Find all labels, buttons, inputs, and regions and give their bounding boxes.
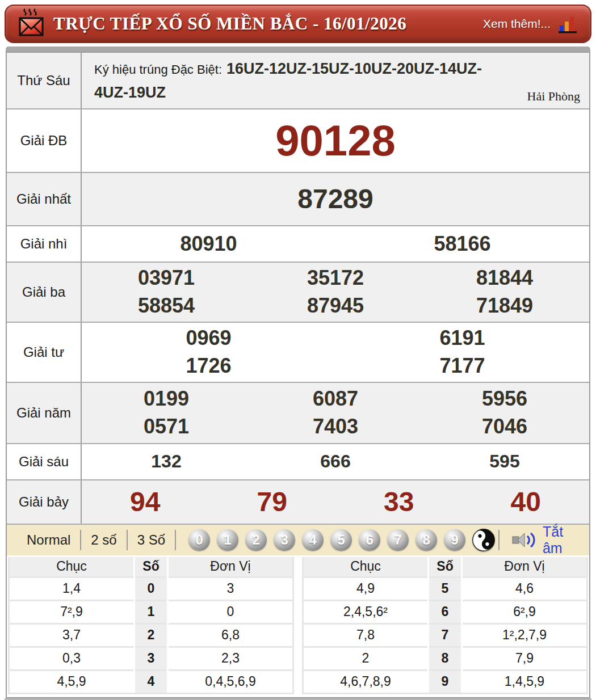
- prize-number: 7046: [420, 415, 589, 438]
- prize-rows: Thứ Sáu Ký hiệu trúng Đặc Biệt:16UZ-12UZ…: [7, 53, 589, 524]
- number-ball-6[interactable]: 6: [359, 529, 380, 551]
- stats-digit-cell: 7: [429, 623, 462, 647]
- prize-number: 90128: [82, 116, 589, 165]
- stats-header-so: Số: [429, 557, 462, 577]
- header-bar: TRỰC TIẾP XỔ SỐ MIỀN BẮC - 16/01/2026 Xe…: [5, 5, 591, 43]
- province-name: Hải Phòng: [527, 89, 581, 104]
- stats-value-cell: 0,4,5,6,9: [168, 670, 293, 693]
- lottery-page: TRỰC TIẾP XỔ SỐ MIỀN BẮC - 16/01/2026 Xe…: [0, 5, 596, 700]
- prize-numbers: 94793340: [82, 480, 589, 524]
- prize-number: 0199: [82, 387, 251, 411]
- prize-row-8: Giải bảy94793340: [7, 479, 589, 524]
- stats-value-cell: 1,4,5,9: [462, 670, 587, 693]
- prize-number: 7403: [251, 415, 420, 438]
- symbol-content: Ký hiệu trúng Đặc Biệt:16UZ-12UZ-15UZ-10…: [82, 53, 589, 108]
- prize-line: 17267177: [82, 354, 589, 378]
- stats-row: 4,5,940,4,5,6,9: [10, 670, 292, 693]
- prize-number: 6191: [335, 326, 589, 350]
- prize-number: 6087: [251, 387, 420, 411]
- bar-chart-icon[interactable]: [557, 14, 578, 34]
- stats-header-chuc: Chục: [304, 557, 429, 577]
- stats-value-cell: 4,6,7,8,9: [304, 670, 429, 693]
- prize-numbers: 8091058166: [82, 226, 589, 262]
- mode-button-normal[interactable]: Normal: [17, 532, 80, 548]
- prize-number: 35172: [251, 266, 420, 290]
- stats-row: 7²,910: [10, 600, 292, 623]
- stats-value-cell: 6²,9: [462, 600, 587, 623]
- prize-numbers: 90128: [82, 109, 589, 172]
- results-panel: Thứ Sáu Ký hiệu trúng Đặc Biệt:16UZ-12UZ…: [6, 52, 590, 698]
- prize-line: 09696191: [82, 326, 589, 350]
- prize-number: 666: [251, 451, 420, 472]
- stats-header-donvi: Đơn Vị: [168, 557, 293, 577]
- stats-value-cell: 2: [304, 647, 429, 670]
- prize-row-1: Giải ĐB90128: [7, 108, 589, 172]
- prize-number: 132: [82, 451, 251, 472]
- stats-value-cell: 7²,9: [10, 600, 135, 623]
- prize-number: 87289: [82, 183, 589, 214]
- prize-number: 0969: [82, 326, 335, 350]
- prize-number: 0571: [82, 415, 251, 438]
- speaker-icon: [512, 531, 537, 549]
- stats-digit-cell: 8: [429, 647, 462, 670]
- stats-header-donvi: Đơn Vị: [462, 557, 587, 577]
- digit-stats: ChụcSốĐơn Vị1,4037²,9103,726,80,332,34,5…: [7, 555, 589, 697]
- stats-row: 4,954,6: [304, 577, 586, 600]
- prize-line: 132666595: [82, 451, 589, 472]
- number-ball-3[interactable]: 3: [274, 529, 295, 551]
- prize-row-5: Giải tư0969619117267177: [7, 322, 589, 382]
- stats-row: 2,4,5,6²66²,9: [304, 600, 586, 623]
- number-ball-1[interactable]: 1: [217, 529, 238, 551]
- stats-value-cell: 1²,2,7,9: [462, 623, 587, 647]
- page-title: TRỰC TIẾP XỔ SỐ MIỀN BẮC - 16/01/2026: [53, 14, 406, 34]
- stats-row: 0,332,3: [10, 647, 292, 670]
- mute-button[interactable]: Tắt âm: [512, 524, 582, 556]
- prize-number: 94: [82, 486, 209, 517]
- stats-digit-cell: 6: [429, 600, 462, 623]
- stats-row: 4,6,7,8,991,4,5,9: [304, 670, 586, 693]
- prize-number: 81844: [420, 266, 589, 290]
- number-ball-4[interactable]: 4: [302, 529, 324, 551]
- number-ball-2[interactable]: 2: [245, 529, 267, 551]
- prize-number: 80910: [82, 232, 335, 256]
- yin-yang-icon[interactable]: [472, 529, 495, 551]
- prize-line: 019960875956: [82, 387, 589, 411]
- number-ball-0[interactable]: 0: [188, 529, 210, 551]
- stats-value-cell: 3: [168, 577, 293, 600]
- prize-line: 057174037046: [82, 415, 589, 438]
- prize-number: 03971: [82, 266, 251, 290]
- number-ball-9[interactable]: 9: [444, 529, 465, 551]
- symbol-prefix: Ký hiệu trúng Đặc Biệt:: [94, 62, 222, 77]
- see-more-link[interactable]: Xem thêm!...: [483, 17, 551, 31]
- stats-digit-cell: 9: [429, 670, 462, 693]
- number-ball-5[interactable]: 5: [330, 529, 352, 551]
- prize-row-3: Giải nhì8091058166: [7, 225, 589, 262]
- mode-button-3-số[interactable]: 3 Số: [128, 532, 175, 548]
- stats-row: 287,9: [304, 647, 586, 670]
- mute-label: Tắt âm: [543, 524, 582, 556]
- number-ball-7[interactable]: 7: [387, 529, 409, 551]
- prize-numbers: 039713517281844588548794571849: [82, 263, 589, 322]
- stats-value-cell: 3,7: [10, 623, 135, 647]
- prize-number: 40: [463, 486, 590, 517]
- stats-digit-cell: 4: [135, 670, 168, 693]
- stats-table-2: ChụcSốĐơn Vị4,954,62,4,5,6²66²,97,871²,2…: [302, 557, 588, 694]
- prize-row-7: Giải sáu132666595: [7, 443, 589, 479]
- mode-buttons: Normal2 số3 Số: [17, 530, 176, 550]
- prize-line: 039713517281844: [82, 266, 589, 290]
- symbol-row: Thứ Sáu Ký hiệu trúng Đặc Biệt:16UZ-12UZ…: [7, 53, 589, 108]
- prize-numbers: 0969619117267177: [82, 323, 589, 382]
- mode-button-2-số[interactable]: 2 số: [81, 532, 126, 548]
- stats-value-cell: 2,3: [168, 647, 293, 670]
- stats-value-cell: 4,9: [304, 577, 429, 600]
- stats-value-cell: 0,3: [10, 647, 135, 670]
- number-ball-8[interactable]: 8: [415, 529, 437, 551]
- prize-line: 90128: [82, 116, 589, 165]
- prize-number: 595: [420, 451, 589, 472]
- prize-number: 7177: [335, 354, 589, 378]
- prize-label: Giải ba: [7, 263, 82, 322]
- stats-digit-cell: 1: [135, 600, 168, 623]
- stats-value-cell: 7,9: [462, 647, 587, 670]
- stats-digit-cell: 2: [135, 623, 168, 647]
- prize-line: 94793340: [82, 486, 589, 517]
